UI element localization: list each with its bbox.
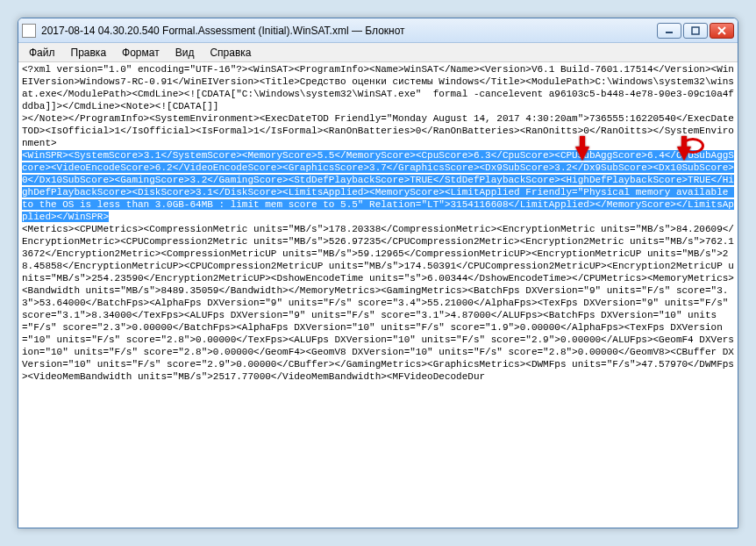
selection-winspr-rest: </SystemScore><MemoryScore>5.5</MemorySc… [22, 150, 734, 222]
menu-file[interactable]: Файл [22, 45, 62, 61]
selection-winspr-start: <WinSPR><SystemScore> [22, 150, 144, 161]
xml-text: ></Note></ProgramInfo><SystemEnvironment… [22, 112, 734, 149]
maximize-button[interactable] [683, 23, 708, 39]
maximize-icon [691, 26, 700, 35]
selection-systemscore-value: 3.1 [144, 150, 161, 161]
menubar: Файл Правка Формат Вид Справка [18, 43, 738, 62]
minimize-icon [665, 26, 674, 35]
text-content[interactable]: <?xml version="1.0" encoding="UTF-16"?><… [18, 62, 738, 528]
menu-edit[interactable]: Правка [64, 45, 114, 61]
svg-rect-1 [692, 27, 699, 34]
window-title: 2017-08-14 04.30.20.540 Formal.Assessmen… [41, 25, 657, 37]
window-controls [657, 23, 734, 39]
xml-text: <?xml version="1.0" encoding="UTF-16"?><… [22, 63, 734, 112]
menu-format[interactable]: Формат [115, 45, 167, 61]
menu-view[interactable]: Вид [168, 45, 202, 61]
close-icon [717, 26, 726, 35]
close-button[interactable] [710, 23, 734, 39]
xml-text: <Metrics><CPUMetrics><CompressionMetric … [22, 223, 734, 383]
menu-help[interactable]: Справка [203, 45, 258, 61]
minimize-button[interactable] [657, 23, 681, 39]
titlebar[interactable]: 2017-08-14 04.30.20.540 Formal.Assessmen… [18, 18, 738, 43]
notepad-icon [22, 24, 36, 38]
notepad-window: 2017-08-14 04.30.20.540 Formal.Assessmen… [18, 18, 738, 528]
